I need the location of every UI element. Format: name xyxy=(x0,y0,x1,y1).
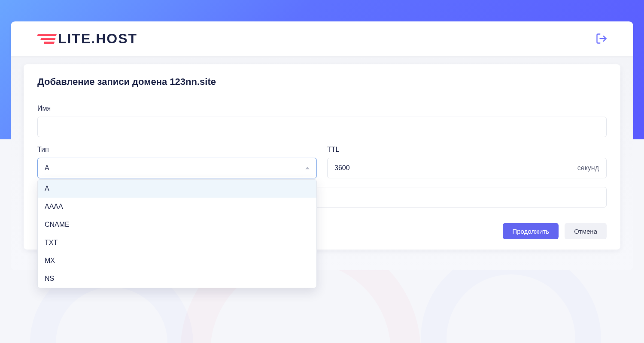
page-title: Добавление записи домена 123nn.site xyxy=(37,76,607,87)
continue-button[interactable]: Продолжить xyxy=(503,223,559,239)
name-label: Имя xyxy=(37,105,607,112)
type-field: Тип A A AAAA CNAME TXT MX NS xyxy=(37,146,317,178)
logout-icon xyxy=(595,33,608,45)
name-field: Имя xyxy=(37,105,607,137)
ttl-label: TTL xyxy=(327,146,607,153)
type-select-display[interactable]: A xyxy=(37,158,317,178)
type-option-cname[interactable]: CNAME xyxy=(38,216,316,234)
type-option-txt[interactable]: TXT xyxy=(38,234,316,252)
dns-record-panel: Добавление записи домена 123nn.site Имя … xyxy=(24,64,620,250)
ttl-input[interactable] xyxy=(327,158,607,178)
name-input[interactable] xyxy=(37,117,607,137)
type-dropdown: A AAAA CNAME TXT MX NS xyxy=(37,179,317,288)
type-option-aaaa[interactable]: AAAA xyxy=(38,198,316,216)
brand-logo[interactable]: LITE.HOST xyxy=(36,31,137,47)
logout-button[interactable] xyxy=(595,33,608,45)
type-select[interactable]: A A AAAA CNAME TXT MX NS xyxy=(37,158,317,178)
app-header: LITE.HOST xyxy=(11,21,633,56)
logo-mark-icon xyxy=(35,34,57,44)
chevron-up-icon xyxy=(305,167,310,169)
type-option-mx[interactable]: MX xyxy=(38,252,316,270)
cancel-button[interactable]: Отмена xyxy=(565,223,607,239)
brand-name: LITE.HOST xyxy=(58,31,137,47)
type-label: Тип xyxy=(37,146,317,153)
type-option-a[interactable]: A xyxy=(38,180,316,198)
type-selected-value: A xyxy=(45,164,49,172)
type-option-ns[interactable]: NS xyxy=(38,270,316,288)
ttl-field: TTL секунд xyxy=(327,146,607,178)
